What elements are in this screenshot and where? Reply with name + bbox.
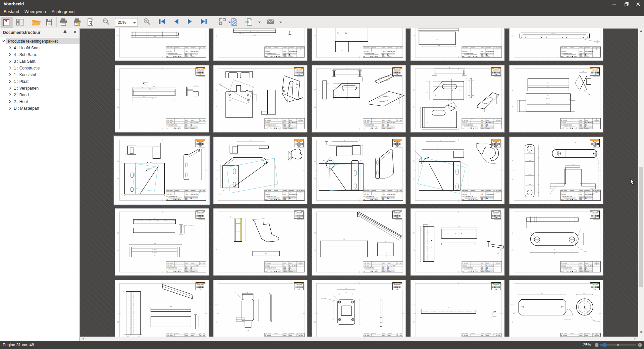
svg-text:Ø3.5: Ø3.5 (597, 42, 599, 43)
svg-text:L.9: L.9 (413, 148, 414, 150)
svg-text:7.5: 7.5 (346, 98, 347, 99)
svg-text:48: 48 (345, 292, 347, 294)
svg-text:48: 48 (247, 292, 248, 293)
svg-text:754: 754 (547, 82, 548, 83)
svg-text:754: 754 (547, 86, 548, 88)
svg-text:7.04: 7.04 (247, 330, 249, 331)
svg-text:97.4: 97.4 (541, 293, 543, 294)
svg-text:77.9: 77.9 (343, 239, 345, 240)
svg-text:L.87.Ø.1: L.87.Ø.1 (528, 152, 532, 153)
svg-text:75: 75 (346, 68, 348, 69)
svg-text:7.8: 7.8 (266, 115, 267, 116)
svg-text:1.5: 1.5 (195, 85, 196, 87)
svg-text:95: 95 (344, 140, 345, 141)
svg-text:L.107.8.1: L.107.8.1 (551, 33, 555, 34)
svg-text:7.5: 7.5 (448, 100, 449, 101)
svg-text:750: 750 (154, 255, 155, 256)
svg-text:100.7: 100.7 (250, 140, 252, 142)
svg-text:Ø9: Ø9 (598, 163, 599, 165)
svg-text:754: 754 (459, 226, 460, 228)
svg-text:47: 47 (575, 142, 577, 143)
svg-text:64: 64 (345, 288, 347, 289)
svg-text:Ø9: Ø9 (585, 251, 587, 252)
svg-text:L4 750.9.2: L4 750.9.2 (152, 249, 157, 250)
svg-text:Ø75: Ø75 (584, 293, 586, 294)
svg-text:L.27.1: L.27.1 (436, 39, 439, 40)
svg-text:1.12: 1.12 (142, 87, 144, 88)
svg-text:603: 603 (254, 35, 255, 36)
svg-text:M4 x5 Ø5.5x: M4 x5 Ø5.5x (595, 321, 600, 322)
svg-text:842: 842 (154, 36, 156, 37)
svg-text:420: 420 (438, 45, 440, 46)
svg-text:128: 128 (440, 140, 441, 141)
svg-text:L.9: L.9 (234, 292, 235, 294)
svg-text:842: 842 (153, 86, 155, 88)
svg-text:7.9: 7.9 (583, 71, 584, 72)
svg-text:L.11: L.11 (219, 84, 221, 85)
svg-text:7.5: 7.5 (385, 241, 386, 242)
svg-text:L.87.Ø.1: L.87.Ø.1 (528, 160, 532, 161)
svg-text:884: 884 (154, 243, 156, 244)
svg-text:5.4.25: 5.4.25 (219, 194, 221, 195)
svg-text:78: 78 (573, 164, 574, 165)
svg-text:7.9: 7.9 (430, 221, 431, 223)
svg-text:L.87.Ø.1: L.87.Ø.1 (528, 184, 532, 186)
svg-text:120: 120 (265, 253, 267, 255)
svg-text:25%: 25% (583, 343, 591, 347)
svg-text:1.54: 1.54 (239, 33, 241, 34)
svg-text:546: 546 (170, 306, 172, 307)
svg-text:1.5 Ø7.75x Ø4: 1.5 Ø7.75x Ø4 (189, 225, 194, 226)
svg-text:Ø8: Ø8 (323, 160, 325, 161)
svg-text:4x Ø 5.5x8: 4x Ø 5.5x8 (321, 298, 326, 299)
svg-text:5x Ø 5.575: 5x Ø 5.575 (143, 82, 148, 83)
svg-text:L.87.Ø.1: L.87.Ø.1 (528, 174, 532, 175)
svg-text:A: A (269, 293, 270, 294)
svg-text:86: 86 (449, 67, 450, 68)
svg-text:57.27.4: 57.27.4 (435, 28, 439, 29)
svg-text:L.737.8.1: L.737.8.1 (546, 98, 550, 99)
svg-text:95: 95 (554, 249, 555, 250)
svg-text:L4 750.9.2: L4 750.9.2 (152, 252, 157, 253)
svg-text:754: 754 (547, 95, 548, 97)
svg-text:2.7: 2.7 (341, 50, 343, 51)
svg-text:800: 800 (152, 98, 153, 100)
svg-text:134: 134 (553, 253, 555, 254)
svg-text:2x Ø2.9 Ø7.5: 2x Ø2.9 Ø7.5 (595, 319, 600, 320)
svg-text:L.9 Ø5.25x: L.9 Ø5.25x (146, 168, 151, 170)
svg-text:754: 754 (448, 307, 449, 309)
svg-text:L.737.8.1: L.737.8.1 (546, 103, 550, 104)
svg-text:8.8: 8.8 (497, 253, 499, 254)
svg-text:754: 754 (154, 218, 155, 219)
svg-text:540: 540 (143, 96, 145, 98)
